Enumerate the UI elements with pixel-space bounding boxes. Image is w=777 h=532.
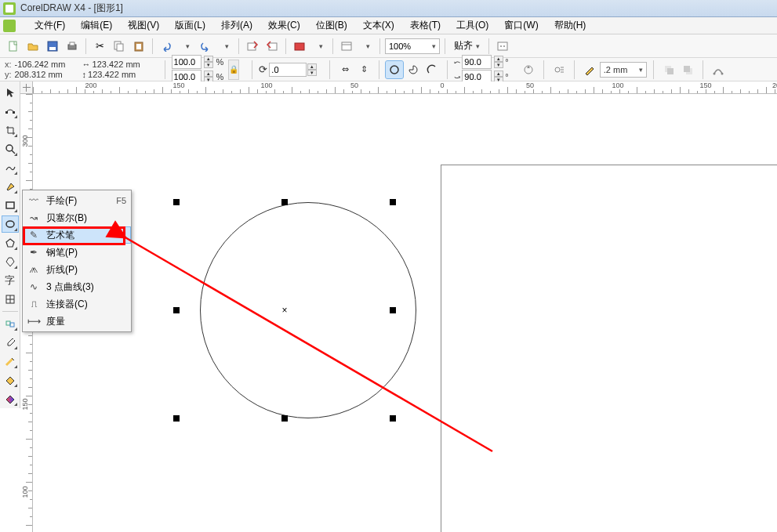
menu-layout[interactable]: 版面(L)	[167, 16, 213, 34]
snap-combo[interactable]: 贴齐 ▾	[450, 38, 484, 54]
ruler-origin[interactable]	[20, 81, 33, 94]
selection-handle-n[interactable]	[281, 199, 288, 205]
table-tool[interactable]	[2, 291, 19, 308]
save-button[interactable]	[44, 38, 61, 55]
svg-rect-3	[68, 45, 76, 49]
basic-shapes-tool[interactable]	[2, 253, 19, 270]
mirror-v-button[interactable]: ⇕	[355, 61, 372, 78]
ellipse-button[interactable]	[386, 61, 403, 78]
selection-handle-sw[interactable]	[173, 415, 180, 422]
wrap-text-button[interactable]	[550, 61, 568, 78]
svg-marker-35	[6, 239, 14, 247]
mirror-h-button[interactable]: ⇔	[336, 61, 354, 78]
welcome-button[interactable]	[338, 38, 355, 55]
width-value[interactable]: 123.422 mm	[93, 60, 149, 69]
paste-button[interactable]	[130, 38, 147, 55]
flyout-artistic-media[interactable]: ✎艺术笔I	[23, 226, 131, 244]
flyout-pen[interactable]: ✒钢笔(P)	[23, 244, 131, 261]
cut-button[interactable]: ✂	[91, 38, 108, 55]
selection-handle-nw[interactable]	[173, 199, 180, 205]
direction-button[interactable]	[520, 61, 537, 78]
menu-help[interactable]: 帮助(H)	[546, 16, 594, 34]
polyline-icon: ⩕	[27, 264, 40, 275]
new-button[interactable]	[5, 38, 22, 55]
ellipse-tool[interactable]	[2, 215, 19, 233]
menu-edit[interactable]: 编辑(E)	[73, 16, 120, 34]
flyout-bezier[interactable]: ↝贝塞尔(B)	[23, 209, 131, 226]
menu-table[interactable]: 表格(T)	[402, 16, 448, 34]
pick-tool[interactable]	[2, 84, 19, 101]
open-button[interactable]	[24, 38, 42, 55]
zoom-combo[interactable]: 100%▾	[385, 38, 440, 54]
rectangle-tool[interactable]	[2, 197, 19, 214]
selection-handle-s[interactable]	[281, 415, 288, 422]
convert-curves-button[interactable]	[710, 61, 727, 78]
options-button[interactable]	[494, 38, 511, 55]
interactive-fill-tool[interactable]	[2, 390, 19, 407]
redo-dropdown[interactable]: ▾	[216, 38, 234, 55]
outline-width-combo[interactable]: .2 mm▾	[600, 62, 647, 78]
selection-handle-se[interactable]	[390, 415, 396, 422]
svg-rect-2	[49, 47, 56, 50]
selection-handle-ne[interactable]	[390, 199, 396, 205]
app-launcher-dropdown[interactable]: ▾	[310, 38, 328, 55]
property-bar: x:-106.242 mm y:208.312 mm ↔123.422 mm ↕…	[0, 58, 777, 81]
doc-icon[interactable]	[3, 20, 16, 32]
menu-tools[interactable]: 工具(O)	[448, 16, 496, 34]
redo-button[interactable]	[197, 38, 214, 55]
scale-x-input[interactable]	[172, 55, 202, 69]
flyout-connector[interactable]: ⎍连接器(C)	[23, 295, 131, 313]
polygon-tool[interactable]	[2, 234, 19, 252]
menu-window[interactable]: 窗口(W)	[496, 16, 546, 34]
svg-rect-40	[10, 323, 14, 327]
flyout-3point-curve[interactable]: ∿3 点曲线(3)	[23, 278, 131, 295]
to-front-button[interactable]	[660, 61, 677, 78]
scale-x-spinner[interactable]: ▴▾	[204, 56, 213, 68]
outline-tool[interactable]	[2, 353, 19, 370]
start-angle-input[interactable]	[462, 55, 492, 69]
svg-rect-30	[13, 111, 15, 114]
selection-handle-e[interactable]	[390, 307, 396, 313]
selected-ellipse[interactable]	[200, 202, 416, 418]
arc-button[interactable]	[423, 61, 441, 78]
print-button[interactable]	[64, 38, 81, 55]
copy-button[interactable]	[111, 38, 128, 55]
drawing-canvas[interactable]: ×	[33, 94, 777, 532]
rotation-spinner[interactable]: ▴▾	[307, 63, 317, 76]
smart-fill-tool[interactable]	[2, 178, 19, 195]
import-button[interactable]	[244, 38, 261, 55]
shape-tool[interactable]	[2, 103, 19, 120]
height-value[interactable]: 123.422 mm	[88, 70, 144, 79]
text-tool[interactable]: 字	[2, 272, 19, 289]
flyout-dimension[interactable]: ⟼度量	[23, 313, 131, 330]
eyedropper-tool[interactable]	[2, 334, 19, 351]
undo-dropdown[interactable]: ▾	[177, 38, 194, 55]
menu-effects[interactable]: 效果(C)	[260, 16, 308, 34]
menu-file[interactable]: 文件(F)	[27, 16, 73, 34]
menu-arrange[interactable]: 排列(A)	[213, 16, 260, 34]
to-back-button[interactable]	[679, 61, 696, 78]
welcome-dropdown[interactable]: ▾	[358, 38, 375, 55]
export-button[interactable]	[263, 38, 281, 55]
undo-button[interactable]	[158, 38, 175, 55]
selection-handle-w[interactable]	[173, 307, 180, 313]
pie-button[interactable]	[405, 61, 422, 78]
crop-tool[interactable]	[2, 121, 19, 139]
freehand-tool[interactable]	[2, 159, 19, 176]
rotation-input[interactable]	[269, 63, 307, 77]
start-angle-spinner[interactable]: ▴▾	[494, 56, 503, 68]
selection-center[interactable]: ×	[281, 305, 287, 316]
menu-bitmaps[interactable]: 位图(B)	[308, 16, 355, 34]
flyout-polyline[interactable]: ⩕折线(P)	[23, 261, 131, 278]
zoom-tool[interactable]	[2, 140, 19, 157]
menu-text[interactable]: 文本(X)	[355, 16, 402, 34]
x-value[interactable]: -106.242 mm	[15, 60, 71, 69]
fill-tool[interactable]	[2, 371, 19, 389]
y-value[interactable]: 208.312 mm	[15, 70, 71, 79]
menu-view[interactable]: 视图(V)	[120, 16, 167, 34]
app-launcher-button[interactable]	[291, 38, 308, 55]
flyout-freehand[interactable]: 〰手绘(F)F5	[23, 192, 131, 209]
horizontal-ruler[interactable]: 2001501005005010015020	[33, 81, 777, 94]
lock-ratio-button[interactable]: 🔒	[228, 60, 239, 80]
interactive-blend-tool[interactable]	[2, 315, 19, 332]
